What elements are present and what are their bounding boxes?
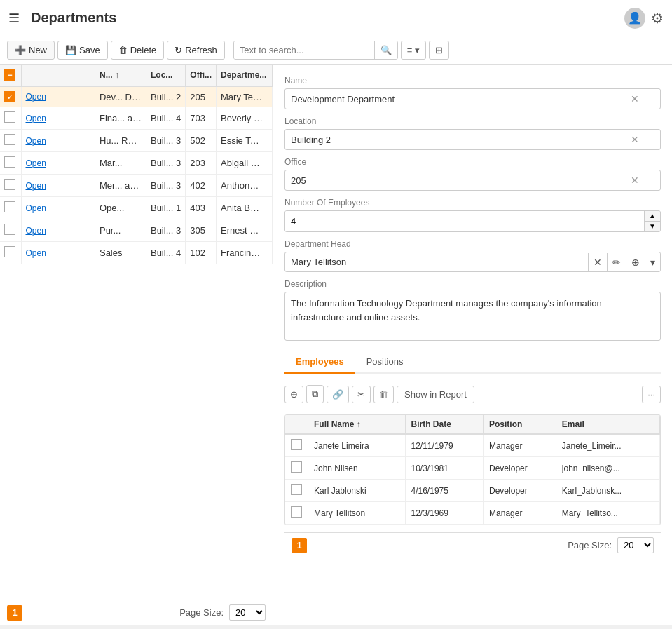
dept-head-input: Mary Tellitson ✕ ✏ ⊕ ▾ — [284, 252, 661, 272]
description-input[interactable]: The Information Technology Department ma… — [284, 292, 661, 341]
row-depthead: Anita Ben... — [221, 203, 263, 213]
row-open-link[interactable]: Open — [26, 92, 46, 102]
row-depthead: Anthony W... — [221, 180, 263, 191]
row-checkbox[interactable] — [4, 246, 15, 257]
row-location: Buil... 1 — [151, 203, 181, 213]
delete-button[interactable]: 🗑 Delete — [111, 41, 165, 60]
select-all-checkbox[interactable]: − — [4, 69, 15, 81]
delete-icon: 🗑 — [118, 45, 128, 55]
row-open-link[interactable]: Open — [26, 203, 46, 213]
dept-head-more[interactable]: ▾ — [645, 253, 660, 271]
spinner-up[interactable]: ▲ — [645, 211, 660, 222]
row-open-link[interactable]: Open — [26, 136, 46, 146]
sub-delete-button[interactable]: 🗑 — [373, 386, 394, 403]
table-row: Open Dev... Dep... Buil... 2 205 Mary Te… — [0, 86, 273, 107]
name-input[interactable]: Development Department ✕ — [284, 88, 661, 109]
more-options-button[interactable]: ··· — [642, 386, 661, 403]
sub-row-checkbox[interactable] — [291, 484, 302, 495]
row-checkbox-cell — [0, 242, 21, 264]
row-open-link[interactable]: Open — [26, 226, 46, 236]
sub-link-button[interactable]: 🔗 — [327, 386, 349, 403]
sub-th-fullname[interactable]: Full Name ↑ — [308, 415, 406, 434]
save-button[interactable]: 💾 Save — [57, 41, 108, 60]
row-checkbox-cell — [0, 86, 21, 107]
row-checkbox-cell — [0, 175, 21, 197]
sub-page-size-label: Page Size: — [568, 540, 612, 550]
office-clear-icon[interactable]: ✕ — [631, 175, 639, 186]
location-field-group: Location Building 2 ✕ — [284, 116, 661, 150]
sub-page-number[interactable]: 1 — [292, 538, 307, 553]
refresh-button[interactable]: ↻ Refresh — [167, 41, 225, 60]
row-depthead-cell: Anita Ben... — [217, 197, 273, 219]
row-location: Buil... 3 — [151, 135, 181, 146]
row-checkbox[interactable] — [4, 201, 15, 212]
sub-row-position: Manager — [484, 502, 556, 525]
th-depthead[interactable]: Departme... — [217, 65, 273, 86]
sub-row-checkbox[interactable] — [291, 439, 302, 450]
sub-th-email[interactable]: Email — [556, 415, 659, 434]
sub-page-size-select[interactable]: 20 50 100 — [617, 537, 654, 553]
row-location: Buil... 4 — [151, 248, 181, 258]
row-open-cell: Open — [21, 130, 95, 152]
row-checkbox[interactable] — [4, 156, 15, 168]
toolbar: ➕ New 💾 Save 🗑 Delete ↻ Refresh 🔍 ≡ ▾ ⊞ — [0, 36, 672, 65]
row-name-cell: Mer... and Acq... — [95, 175, 146, 197]
search-input[interactable] — [234, 41, 374, 59]
num-employees-field[interactable] — [285, 211, 644, 231]
sub-copy-button[interactable]: ⧉ — [306, 385, 324, 403]
row-checkbox[interactable] — [4, 224, 15, 235]
th-name[interactable]: N... ↑ — [95, 65, 146, 86]
row-name: Sales — [100, 248, 142, 258]
columns-button[interactable]: ⊞ — [429, 41, 449, 60]
tab-employees[interactable]: Employees — [284, 351, 355, 374]
dept-head-add[interactable]: ⊕ — [626, 253, 645, 271]
row-location: Buil... 3 — [151, 225, 181, 236]
filter-button[interactable]: ≡ ▾ — [401, 41, 426, 60]
location-input[interactable]: Building 2 ✕ — [284, 129, 661, 150]
table-row: Open Fina... and Acc... Buil... 4 703 Be… — [0, 107, 273, 130]
hamburger-icon[interactable]: ☰ — [8, 11, 20, 26]
sub-row-checkbox[interactable] — [291, 461, 302, 473]
row-checkbox[interactable] — [4, 134, 15, 145]
spinner-down[interactable]: ▼ — [645, 222, 660, 231]
row-open-link[interactable]: Open — [26, 181, 46, 191]
sub-row-birthdate: 12/11/1979 — [405, 434, 484, 457]
row-open-link[interactable]: Open — [26, 248, 46, 258]
sub-th-birthdate[interactable]: Birth Date — [405, 415, 484, 434]
new-button[interactable]: ➕ New — [7, 41, 55, 60]
sub-th-position[interactable]: Position — [484, 415, 556, 434]
row-depthead-cell: Mary Telli... — [217, 86, 273, 107]
row-name: Dev... Dep... — [100, 92, 142, 102]
sub-table-row: Janete Limeira 12/11/1979 Manager Janete… — [285, 434, 660, 457]
dept-head-edit[interactable]: ✏ — [607, 253, 626, 271]
row-location-cell: Buil... 2 — [146, 86, 185, 107]
row-open-link[interactable]: Open — [26, 158, 46, 168]
gear-button[interactable]: ⚙ — [651, 10, 664, 27]
row-name: Hu... Res... — [100, 135, 142, 146]
row-location: Buil... 2 — [151, 92, 181, 102]
tab-positions[interactable]: Positions — [355, 351, 415, 374]
row-name: Fina... and Acc... — [100, 113, 142, 123]
row-open-cell: Open — [21, 86, 95, 107]
row-office-cell: 203 — [186, 152, 217, 175]
page-size-select[interactable]: 20 50 100 — [229, 604, 266, 621]
row-checkbox[interactable] — [4, 111, 15, 123]
location-clear-icon[interactable]: ✕ — [631, 134, 639, 145]
avatar: 👤 — [624, 8, 645, 29]
show-in-report-button[interactable]: Show in Report — [397, 386, 474, 403]
row-checkbox[interactable] — [4, 179, 15, 190]
th-office[interactable]: Offi... — [186, 65, 217, 86]
row-open-link[interactable]: Open — [26, 114, 46, 123]
search-button[interactable]: 🔍 — [374, 41, 397, 59]
th-location[interactable]: Loc... — [146, 65, 185, 86]
sub-unlink-button[interactable]: ✂ — [352, 386, 371, 403]
dept-head-clear[interactable]: ✕ — [588, 253, 607, 271]
name-clear-icon[interactable]: ✕ — [631, 93, 639, 104]
office-label: Office — [284, 157, 661, 167]
page-number[interactable]: 1 — [7, 605, 22, 621]
sub-add-button[interactable]: ⊕ — [284, 386, 303, 403]
row-checkbox[interactable] — [4, 91, 15, 102]
sub-row-checkbox[interactable] — [291, 506, 302, 518]
sub-row-email: Karl_Jablonsk... — [556, 480, 659, 502]
office-input[interactable]: 205 ✕ — [284, 170, 661, 191]
